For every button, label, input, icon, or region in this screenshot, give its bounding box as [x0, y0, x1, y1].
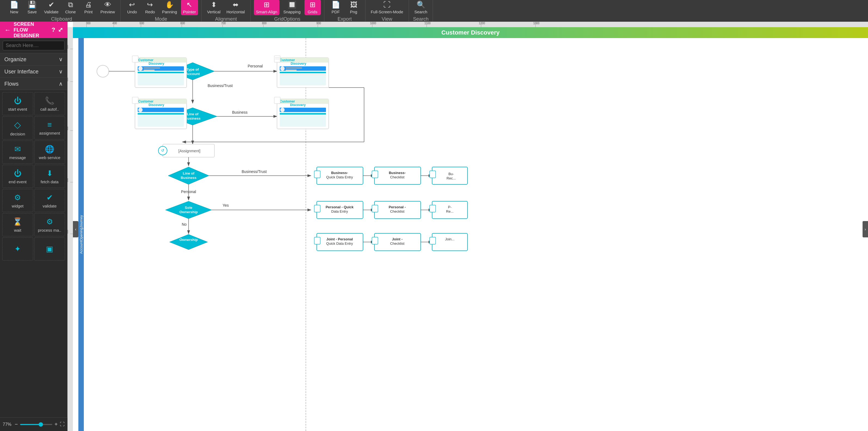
zoom-in-button[interactable]: + — [55, 421, 58, 428]
redo-button[interactable]: ↪ Redo — [142, 0, 158, 15]
zoom-out-button[interactable]: − — [15, 421, 18, 428]
fullscreen-canvas-button[interactable]: ⛶ — [60, 422, 65, 427]
flow-item-wait[interactable]: ⌛ wait — [2, 213, 33, 236]
back-arrow-icon[interactable]: ← — [4, 26, 11, 34]
vertical-label: Vertical — [207, 9, 220, 14]
pdf-icon: 📄 — [332, 1, 340, 9]
export-section: 📄 PDF 🖼 Png Export — [324, 0, 366, 22]
svg-text:500: 500 — [140, 22, 144, 25]
svg-text:400: 400 — [67, 127, 68, 130]
flow-item-unknown1[interactable]: ✦ — [2, 237, 33, 261]
biz-checklist-label1: Business- — [389, 171, 406, 175]
wait-label: wait — [14, 228, 21, 232]
sole-ownership-label1: Sole — [185, 206, 192, 210]
flow-item-validate[interactable]: ✔ validate — [34, 189, 65, 212]
search-box — [0, 38, 67, 53]
grids-icon: ⊞ — [310, 1, 316, 9]
cd-personal-title1: Customer — [280, 58, 295, 62]
personal-quick-data-icon — [314, 205, 320, 212]
vertical-icon: ⬍ — [211, 1, 217, 9]
left-collapse-btn[interactable]: ‹ — [73, 221, 79, 237]
cd-tl-avatar — [138, 66, 143, 71]
decision-label: decision — [10, 132, 25, 136]
clone-label: Clone — [65, 9, 75, 14]
help-icon[interactable]: ? — [52, 26, 55, 33]
clone-button[interactable]: ⧉ Clone — [62, 0, 79, 15]
flow-item-end-event[interactable]: ⏻ end event — [2, 165, 33, 188]
fullscreen-button[interactable]: ⛶ Full-Screen-Mode — [369, 0, 405, 15]
search-button[interactable]: 🔍 Search — [412, 0, 430, 15]
vertical-button[interactable]: ⬍ Vertical — [205, 0, 223, 15]
flow-item-assignment[interactable]: ≡ assignment — [34, 117, 65, 139]
joint-other-node[interactable] — [432, 233, 467, 251]
panning-label: Panning — [162, 9, 177, 14]
organize-label: Organize — [4, 56, 26, 63]
business-label: Business — [232, 110, 248, 114]
user-interface-chevron-icon: ∨ — [59, 68, 63, 75]
grids-label: Grids — [308, 9, 317, 14]
start-node[interactable] — [97, 65, 109, 77]
validate-flow-icon: ✔ — [46, 193, 53, 202]
undo-button[interactable]: ↩ Undo — [124, 0, 140, 15]
redo-icon: ↪ — [147, 1, 153, 9]
flow-item-web-service[interactable]: 🌐 web service — [34, 141, 65, 164]
horizontal-button[interactable]: ⬌ Horizontal — [224, 0, 247, 15]
panel-header: ← SCREEN FLOW DESIGNER ? ⤢ — [0, 22, 67, 38]
assignment-label: assignment — [39, 131, 60, 135]
svg-text:700: 700 — [221, 22, 226, 25]
expand-icon[interactable]: ⤢ — [58, 26, 63, 33]
svg-text:200: 200 — [67, 45, 68, 49]
cd-br-title2: Discovery — [290, 103, 306, 107]
svg-text:300: 300 — [67, 77, 68, 81]
png-label: Png — [350, 9, 357, 14]
pdf-button[interactable]: 📄 PDF — [328, 0, 344, 15]
cd-personal-line1 — [286, 67, 302, 69]
ownership-node[interactable] — [169, 234, 208, 250]
flow-item-decision[interactable]: ◇ decision — [2, 117, 33, 139]
pointer-label: Pointer — [183, 9, 196, 14]
validate-button[interactable]: ✔ Validate — [42, 0, 61, 15]
zoom-slider[interactable] — [20, 424, 53, 425]
flow-item-process-ma[interactable]: ⚙ process ma.. — [34, 213, 65, 236]
view-section: ⛶ Full-Screen-Mode View — [366, 0, 409, 22]
assignment-text: [Assignment] — [179, 149, 200, 153]
new-button[interactable]: 📄 New — [6, 0, 22, 15]
flow-item-fetch-data[interactable]: ⬇ fetch data — [34, 165, 65, 188]
svg-text:900: 900 — [316, 22, 321, 25]
print-label: Print — [84, 9, 93, 14]
panning-button[interactable]: ✋ Panning — [160, 0, 179, 15]
cd-personal-avatar — [280, 66, 285, 71]
svg-text:300: 300 — [86, 22, 91, 25]
flow-item-start-event[interactable]: ⏻ start event — [2, 92, 33, 115]
smart-align-button[interactable]: ⊞ Smart-Align — [254, 0, 279, 15]
business-trust2-label: Business/Trust — [242, 169, 267, 174]
fullscreen-label: Full-Screen-Mode — [371, 9, 403, 14]
save-button[interactable]: 💾 Save — [24, 0, 40, 15]
flow-item-call-autof[interactable]: 📞 call autof.. — [34, 92, 65, 115]
search-input[interactable] — [3, 41, 64, 50]
svg-rect-0 — [73, 22, 868, 27]
web-service-icon: 🌐 — [45, 145, 55, 154]
right-collapse-btn[interactable]: › — [863, 221, 868, 237]
grids-button[interactable]: ⊞ Grids — [305, 0, 321, 15]
print-button[interactable]: 🖨 Print — [80, 0, 97, 15]
png-button[interactable]: 🖼 Png — [346, 0, 362, 15]
preview-button[interactable]: 👁 Preview — [98, 0, 117, 15]
svg-text:600: 600 — [180, 22, 185, 25]
flow-item-unknown2[interactable]: ▣ — [34, 237, 65, 261]
organize-section-header[interactable]: Organize ∨ — [0, 53, 67, 66]
flows-section-header[interactable]: Flows ∧ — [0, 78, 67, 90]
pdf-label: PDF — [332, 9, 340, 14]
pointer-button[interactable]: ↖ Pointer — [181, 0, 198, 15]
clipboard-section: 📄 New 💾 Save ✔ Validate ⧉ Clone 🖨 Print … — [3, 0, 121, 22]
flow-item-widget[interactable]: ⚙ widget — [2, 189, 33, 212]
user-interface-section-header[interactable]: User Interface ∨ — [0, 66, 67, 78]
snapping-button[interactable]: 🔲 Snapping — [281, 0, 303, 15]
cd-tl-line2 — [144, 70, 155, 71]
flow-item-message[interactable]: ✉ message — [2, 141, 33, 164]
joint-checklist-label2: Checklist — [390, 241, 405, 245]
clone-icon: ⧉ — [68, 1, 73, 9]
gridoptions-group: ⊞ Smart-Align 🔲 Snapping ⊞ Grids — [254, 0, 321, 15]
cd-personal-bar — [280, 72, 326, 73]
flow-diagram-svg: Type of Account Personal Customer Discov… — [84, 27, 868, 431]
